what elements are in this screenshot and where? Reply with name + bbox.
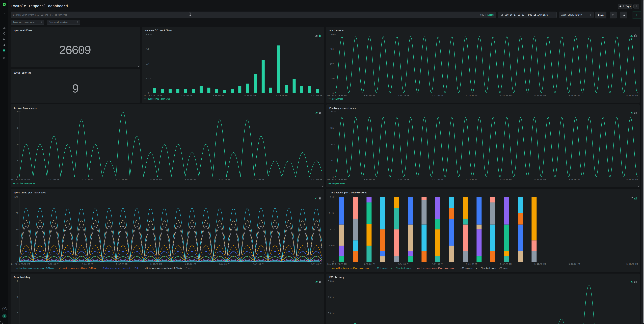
svg-text:Operations per namespace: Operations per namespace xyxy=(14,191,46,194)
svg-text:5:34:30 PM: 5:34:30 PM xyxy=(82,263,93,266)
svg-text:0.2: 0.2 xyxy=(330,196,334,198)
svg-text:4: 4 xyxy=(16,280,18,283)
svg-text:0: 0 xyxy=(16,261,18,263)
svg-text:Dec 16 5:29:30 PM: Dec 16 5:29:30 PM xyxy=(327,94,346,97)
svg-text:26609: 26609 xyxy=(59,44,91,58)
svg-text:0: 0 xyxy=(148,92,149,94)
svg-text:0.6: 0.6 xyxy=(146,48,149,50)
svg-text:100: 100 xyxy=(14,196,18,198)
svg-text:+56 more: +56 more xyxy=(499,267,508,270)
svg-text:5:47:00 PM: 5:47:00 PM xyxy=(253,263,264,266)
svg-text:5:34:30 PM: 5:34:30 PM xyxy=(82,179,93,181)
svg-text:200: 200 xyxy=(330,33,334,36)
svg-text:P95 latency: P95 latency xyxy=(330,276,344,279)
svg-text:5:37:00 PM: 5:37:00 PM xyxy=(432,263,443,266)
svg-text:5:37:00 PM: 5:37:00 PM xyxy=(432,94,443,97)
svg-text:100: 100 xyxy=(330,63,334,65)
svg-text:5:42:00 PM: 5:42:00 PM xyxy=(184,263,196,266)
svg-text:5:39:30 PM: 5:39:30 PM xyxy=(150,263,162,266)
svg-text:0.8: 0.8 xyxy=(146,33,149,36)
svg-text:8: 8 xyxy=(16,111,18,113)
svg-text:5:44:30 PM: 5:44:30 PM xyxy=(219,179,230,181)
svg-text:5:44:30 PM: 5:44:30 PM xyxy=(534,179,546,181)
svg-text:0.1: 0.1 xyxy=(330,229,334,231)
svg-text:+12 more: +12 more xyxy=(183,267,192,270)
svg-text:5:39:30 PM: 5:39:30 PM xyxy=(466,263,477,266)
svg-text:clickpipes-aws-p..-us-east-2.l: clickpipes-aws-p..-us-east-2.l2c4n xyxy=(16,267,54,270)
svg-text:0.029: 0.029 xyxy=(328,296,334,299)
svg-text:9: 9 xyxy=(72,82,79,96)
svg-text:5:42:00 PM: 5:42:00 PM xyxy=(244,94,256,97)
svg-text:Active Namespaces: Active Namespaces xyxy=(14,107,36,110)
svg-text:5:51:00 PM: 5:51:00 PM xyxy=(311,263,322,266)
svg-text:action/sec: action/sec xyxy=(332,98,343,100)
svg-text:25: 25 xyxy=(16,245,18,247)
svg-text:50: 50 xyxy=(332,77,334,80)
svg-text:5:51:00 PM: 5:51:00 PM xyxy=(626,94,638,97)
svg-text:active namespaces: active namespaces xyxy=(16,182,35,185)
svg-text:0.15: 0.15 xyxy=(329,212,334,215)
svg-text:2: 2 xyxy=(16,160,18,162)
svg-text:Open Workflows: Open Workflows xyxy=(14,29,32,32)
svg-text:Dec 16 5:29:30 PM: Dec 16 5:29:30 PM xyxy=(10,263,30,266)
svg-text:5K: 5K xyxy=(332,160,334,162)
svg-text:150: 150 xyxy=(330,48,334,50)
svg-text:0.019: 0.019 xyxy=(328,312,334,315)
svg-text:5:32:00 PM: 5:32:00 PM xyxy=(48,179,59,181)
svg-text:5:39:30 PM: 5:39:30 PM xyxy=(150,179,162,181)
svg-text:poll_success · c..-flow-task-q: poll_success · c..-flow-task-queue xyxy=(460,267,497,270)
svg-text:5:42:00 PM: 5:42:00 PM xyxy=(500,263,512,266)
svg-text:5:34:30 PM: 5:34:30 PM xyxy=(398,179,409,181)
svg-text:poll_timeout · c..-flow-task-q: poll_timeout · c..-flow-task-queue xyxy=(375,267,412,270)
svg-text:10K: 10K xyxy=(330,143,334,146)
svg-text:5:44:30 PM: 5:44:30 PM xyxy=(534,263,546,266)
svg-text:Dec 16 5:29:30 PM: Dec 16 5:29:30 PM xyxy=(143,94,162,97)
svg-text:20K: 20K xyxy=(330,111,334,113)
svg-text:0.038: 0.038 xyxy=(328,280,334,283)
svg-text:5:32:00 PM: 5:32:00 PM xyxy=(364,179,375,181)
svg-text:5:37:00 PM: 5:37:00 PM xyxy=(116,263,128,266)
svg-text:5:38:00 PM: 5:38:00 PM xyxy=(213,94,224,97)
svg-text:Successful workflows: Successful workflows xyxy=(145,29,172,32)
svg-text:5:47:00 PM: 5:47:00 PM xyxy=(568,94,580,97)
svg-text:5:51:00 PM: 5:51:00 PM xyxy=(311,179,322,181)
svg-text:Dec 16 5:29:30 PM: Dec 16 5:29:30 PM xyxy=(327,179,346,181)
svg-text:6: 6 xyxy=(16,127,18,129)
svg-text:5:42:00 PM: 5:42:00 PM xyxy=(184,179,196,181)
svg-text:5:34:00 PM: 5:34:00 PM xyxy=(181,94,192,97)
svg-text:0.2: 0.2 xyxy=(146,77,149,80)
svg-text:5:34:30 PM: 5:34:30 PM xyxy=(398,263,409,266)
svg-text:5:39:30 PM: 5:39:30 PM xyxy=(466,94,477,97)
svg-text:0: 0 xyxy=(332,176,334,179)
svg-text:5:32:00 PM: 5:32:00 PM xyxy=(364,94,375,97)
svg-text:15K: 15K xyxy=(330,127,334,129)
svg-text:5:37:00 PM: 5:37:00 PM xyxy=(432,179,443,181)
svg-text:0.05: 0.05 xyxy=(329,245,334,247)
svg-text:5:32:00 PM: 5:32:00 PM xyxy=(48,263,59,266)
svg-text:50: 50 xyxy=(16,229,18,231)
svg-text:poll_success_syn..-flow-task-q: poll_success_syn..-flow-task-queue xyxy=(417,267,454,270)
svg-text:0: 0 xyxy=(16,176,18,179)
svg-text:5:44:30 PM: 5:44:30 PM xyxy=(534,94,546,97)
svg-text:successful workflows: successful workflows xyxy=(148,98,170,100)
svg-text:5:51:00 PM: 5:51:00 PM xyxy=(626,263,638,266)
svg-text:5:34:30 PM: 5:34:30 PM xyxy=(398,94,409,97)
svg-text:Task backlog: Task backlog xyxy=(14,276,30,279)
svg-text:5:47:00 PM: 5:47:00 PM xyxy=(253,179,264,181)
svg-text:0.4: 0.4 xyxy=(146,63,149,65)
svg-text:requests/sec: requests/sec xyxy=(332,182,346,185)
svg-text:5:37:00 PM: 5:37:00 PM xyxy=(116,179,128,181)
svg-text:clickpipes-aws-p..outheast-2.l: clickpipes-aws-p..outheast-2.l2c4n xyxy=(144,267,182,270)
svg-text:2: 2 xyxy=(16,312,18,315)
svg-text:5:39:30 PM: 5:39:30 PM xyxy=(466,179,477,181)
svg-text:Actions/sec: Actions/sec xyxy=(330,29,344,32)
svg-text:5:46:00 PM: 5:46:00 PM xyxy=(276,94,288,97)
svg-text:Queue Backlog: Queue Backlog xyxy=(14,72,31,74)
svg-text:75: 75 xyxy=(16,212,18,215)
svg-text:4: 4 xyxy=(16,143,18,146)
svg-text:Pending requests/sec: Pending requests/sec xyxy=(330,107,356,110)
svg-text:5:51:00 PM: 5:51:00 PM xyxy=(626,179,638,181)
svg-text:clickpipes-aws-p..outheast-2.l: clickpipes-aws-p..outheast-2.l2c4n xyxy=(59,267,96,270)
svg-text:3: 3 xyxy=(16,296,18,299)
svg-text:5:51:00 PM: 5:51:00 PM xyxy=(311,94,322,97)
